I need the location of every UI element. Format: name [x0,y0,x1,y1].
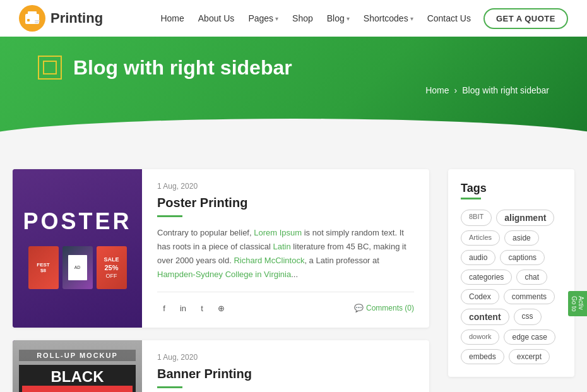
tags-underline [461,198,481,199]
facebook-icon[interactable]: f [157,301,171,315]
tag-embeds[interactable]: embeds [461,349,504,364]
breadcrumb-home[interactable]: Home [425,85,449,95]
svg-rect-4 [35,20,40,21]
page-header-inner: Blog with right sidebar [38,56,549,80]
tags-cloud: 8BIT alignment Articles aside audio capt… [461,210,562,364]
tags-widget-title: Tags [461,182,562,195]
tag-audio[interactable]: audio [461,250,495,265]
post-footer-1: f in t ⊕ 💬 Comments (0) [157,301,414,315]
tags-widget: Tags 8BIT alignment Articles aside audio… [448,169,574,377]
page-icon [38,56,62,80]
comment-bubble-icon: 💬 [354,304,364,312]
post-card-2: ROLL-UP MOCKUP BLACK SUPER SALE FRIDAY 1… [13,340,429,392]
post-content-2: 1 Aug, 2020 Banner Printing Contrary to … [142,340,429,392]
main-content: POSTER FEST$8 AD [0,169,587,392]
rss-icon[interactable]: ⊕ [214,301,228,315]
page-icon-inner [43,61,57,74]
svg-rect-5 [35,22,39,23]
poster-card-3: SALE 25% OFF [97,246,127,289]
shortcodes-caret: ▾ [410,15,413,22]
post-title-1[interactable]: Poster Printing [157,196,414,210]
poster-cards: FEST$8 AD SAL [28,246,127,289]
nav-links: Home About Us Pages ▾ Shop Blog ▾ Shortc… [155,9,475,27]
get-quote-button[interactable]: GET A QUOTE [483,8,568,29]
nav-shortcodes[interactable]: Shortcodes ▾ [359,9,418,27]
post-content-1: 1 Aug, 2020 Poster Printing Contrary to … [142,169,429,328]
tag-captions[interactable]: captions [500,250,545,265]
post-underline-1 [157,215,182,217]
post-date-1: 1 Aug, 2020 [157,182,414,191]
blog-caret: ▾ [347,15,350,22]
nav-pages[interactable]: Pages ▾ [243,9,283,27]
tag-categories[interactable]: categories [461,270,512,285]
post-underline-2 [157,386,182,388]
post-thumbnail-1: POSTER FEST$8 AD [13,169,142,328]
page-title: Blog with right sidebar [73,56,292,80]
social-icons-1: f in t ⊕ [157,301,228,315]
post-date-2: 1 Aug, 2020 [157,353,414,362]
sidebar: Tags 8BIT alignment Articles aside audio… [448,169,574,392]
post-comments-1[interactable]: 💬 Comments (0) [354,304,414,312]
nav-blog[interactable]: Blog ▾ [322,9,355,27]
logo-text: Printing [50,10,103,27]
breadcrumb-separator: › [454,85,458,95]
poster-card-2: AD [62,246,93,289]
blog-posts: POSTER FEST$8 AD [13,169,429,392]
tag-edge-case[interactable]: edge case [504,330,555,345]
post-divider-1 [157,292,414,292]
nav-about[interactable]: About Us [193,9,240,27]
navbar: Printing Home About Us Pages ▾ Shop Blog… [0,0,587,37]
svg-rect-3 [27,19,30,21]
logo[interactable]: Printing [19,5,103,32]
tag-alignment[interactable]: alignment [496,210,554,226]
tag-excerpt[interactable]: excerpt [509,349,550,364]
pages-caret: ▾ [275,15,278,22]
twitter-icon[interactable]: t [195,301,209,315]
tag-codex[interactable]: Codex [461,289,499,304]
nav-contact[interactable]: Contact Us [422,9,476,27]
tag-dowork[interactable]: dowork [461,330,499,345]
tag-css[interactable]: css [514,309,542,325]
nav-shop[interactable]: Shop [287,9,318,27]
post-thumbnail-2: ROLL-UP MOCKUP BLACK SUPER SALE FRIDAY [13,340,142,392]
svg-rect-2 [28,11,37,16]
post-card-1: POSTER FEST$8 AD [13,169,429,328]
breadcrumb-current: Blog with right sidebar [462,85,549,95]
banner-sale-strip: SUPER SALE [22,386,133,392]
nav-home[interactable]: Home [155,9,189,27]
tag-aside[interactable]: aside [504,230,539,246]
tag-comments[interactable]: comments [504,289,555,304]
tag-articles[interactable]: Articles [461,230,500,246]
poster-card-1: FEST$8 [28,246,59,289]
breadcrumb: Home › Blog with right sidebar [425,85,549,95]
banner-inner: ROLL-UP MOCKUP BLACK SUPER SALE FRIDAY [13,340,142,392]
tag-chat[interactable]: chat [516,270,547,285]
poster-word: POSTER [23,208,131,235]
banner-thumb: ROLL-UP MOCKUP BLACK SUPER SALE FRIDAY [13,340,142,392]
page-header: Blog with right sidebar Home › Blog with… [0,37,587,144]
post-title-2[interactable]: Banner Printing [157,367,414,381]
banner-rollup-text: ROLL-UP MOCKUP [19,350,136,361]
post-excerpt-1: Contrary to popular belief, Lorem Ipsum … [157,226,414,282]
tag-8bit[interactable]: 8BIT [461,210,492,226]
linkedin-icon[interactable]: in [176,301,190,315]
logo-icon [19,5,45,32]
activity-panel-hint[interactable]: ActivGo to [568,291,587,316]
poster-thumb: POSTER FEST$8 AD [13,169,142,328]
tag-content[interactable]: content [461,309,509,325]
banner-black-text: BLACK SUPER SALE FRIDAY [19,365,136,392]
poster-inner: POSTER FEST$8 AD [13,169,142,328]
